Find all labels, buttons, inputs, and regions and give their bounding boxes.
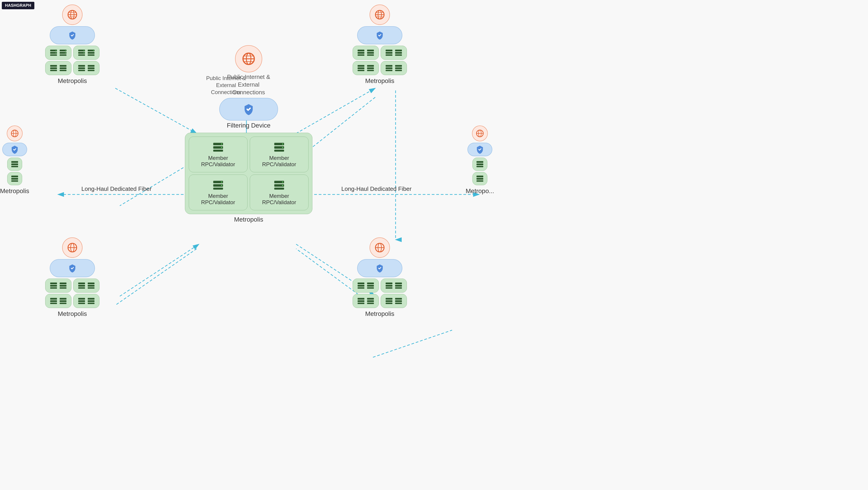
topleft-label: Metropolis — [58, 77, 87, 85]
svg-rect-25 — [88, 52, 94, 54]
svg-rect-49 — [367, 52, 374, 54]
svg-rect-88 — [60, 300, 66, 302]
svg-rect-104 — [367, 287, 374, 289]
svg-point-149 — [221, 144, 222, 145]
server-icon — [59, 64, 67, 72]
svg-rect-75 — [60, 283, 66, 284]
server-icon — [395, 297, 403, 305]
center-globe — [235, 45, 262, 72]
svg-point-18 — [65, 53, 66, 53]
server-icon — [366, 49, 375, 57]
left-globe — [7, 125, 23, 141]
svg-rect-153 — [274, 150, 284, 152]
svg-rect-36 — [78, 70, 85, 71]
svg-point-17 — [65, 50, 66, 51]
globe-icon — [67, 242, 78, 253]
svg-rect-11 — [50, 55, 57, 56]
svg-rect-68 — [395, 70, 402, 71]
bottomright-metropolis: Metropolis — [352, 238, 407, 317]
svg-rect-99 — [358, 283, 364, 284]
left-label: Metropolis — [0, 187, 29, 195]
member-label: Member RPC/Validator — [196, 155, 241, 167]
svg-rect-111 — [358, 298, 364, 300]
shield-icon — [243, 103, 255, 115]
svg-rect-130 — [11, 178, 18, 180]
svg-point-12 — [56, 50, 56, 51]
svg-rect-56 — [395, 55, 402, 56]
bottomright-globe — [370, 238, 390, 258]
server-pair — [73, 279, 99, 293]
svg-rect-61 — [367, 67, 374, 69]
svg-point-155 — [282, 147, 283, 148]
svg-rect-84 — [50, 298, 57, 300]
svg-rect-122 — [395, 303, 402, 304]
svg-rect-114 — [367, 298, 374, 300]
logo: HASHGRAPH — [2, 2, 34, 9]
fiber-label-right: Long-Haul Dedicated Fiber — [341, 185, 412, 192]
bottomleft-servers-row1 — [45, 279, 99, 293]
server-icon — [50, 297, 58, 305]
svg-rect-115 — [367, 300, 374, 302]
svg-rect-86 — [50, 303, 57, 304]
svg-rect-105 — [385, 283, 393, 284]
svg-rect-100 — [358, 285, 364, 287]
svg-point-13 — [56, 53, 56, 53]
svg-rect-120 — [395, 298, 402, 300]
svg-rect-89 — [60, 303, 66, 304]
server-pair — [381, 46, 407, 60]
right-server2 — [472, 172, 487, 185]
server-icon — [50, 49, 58, 57]
server-pair — [352, 61, 379, 75]
svg-rect-110 — [395, 287, 402, 289]
member-rpc-4: Member RPC/Validator — [250, 175, 309, 210]
svg-rect-85 — [50, 300, 57, 302]
server-icon — [50, 64, 58, 72]
server-icon — [385, 64, 393, 72]
member-label: Member RPC/Validator — [257, 155, 302, 167]
svg-rect-66 — [395, 65, 402, 67]
server-icon — [87, 64, 95, 72]
svg-rect-139 — [476, 178, 483, 180]
fiber-label-left: Long-Haul Dedicated Fiber — [81, 185, 152, 192]
server-icon — [212, 141, 224, 153]
svg-rect-158 — [213, 188, 223, 190]
topright-shield — [357, 26, 402, 44]
server-icon — [50, 281, 58, 290]
server-icon — [87, 49, 95, 57]
bottomleft-servers-row2 — [45, 294, 99, 308]
svg-point-22 — [84, 50, 84, 51]
globe-icon — [11, 129, 19, 137]
svg-rect-64 — [385, 67, 393, 69]
shield-icon — [68, 264, 77, 273]
svg-rect-33 — [60, 70, 66, 71]
server-pair — [73, 61, 99, 75]
svg-rect-91 — [78, 300, 85, 302]
topright-globe — [370, 4, 390, 25]
svg-rect-112 — [358, 300, 364, 302]
server-icon — [78, 64, 86, 72]
globe-icon — [375, 9, 385, 20]
svg-rect-137 — [476, 166, 483, 167]
server-pair — [45, 294, 71, 308]
svg-rect-82 — [88, 285, 94, 287]
server-icon — [395, 281, 403, 290]
server-icon — [395, 64, 403, 72]
topright-servers-row2 — [352, 61, 407, 75]
shield-icon — [375, 264, 384, 273]
filtering-device-shield — [219, 98, 278, 121]
svg-rect-102 — [367, 283, 374, 284]
bottomleft-globe — [62, 238, 83, 258]
svg-rect-37 — [88, 65, 94, 67]
svg-rect-52 — [385, 52, 393, 54]
member-rpc-1: Member RPC/Validator — [189, 136, 248, 172]
globe-icon — [476, 129, 484, 137]
svg-point-159 — [221, 182, 222, 182]
server-pair — [352, 279, 379, 293]
svg-point-160 — [221, 185, 222, 186]
member-label: Member RPC/Validator — [196, 193, 241, 206]
svg-rect-131 — [11, 180, 18, 182]
topleft-servers-row2 — [45, 61, 99, 75]
server-icon — [476, 160, 484, 168]
server-icon — [212, 179, 224, 191]
server-icon — [476, 175, 484, 183]
